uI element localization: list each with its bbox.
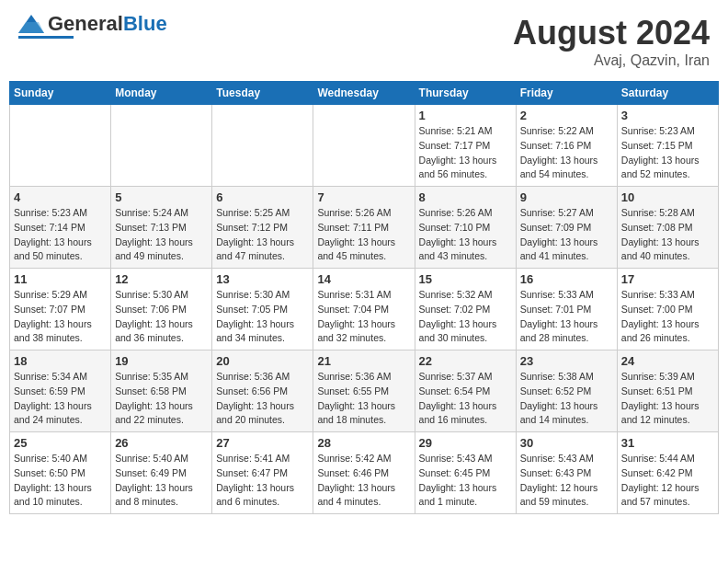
calendar-cell: 31Sunrise: 5:44 AM Sunset: 6:42 PM Dayli… (617, 432, 718, 514)
day-content: Sunrise: 5:36 AM Sunset: 6:56 PM Dayligh… (216, 370, 309, 428)
day-content: Sunrise: 5:21 AM Sunset: 7:17 PM Dayligh… (419, 124, 512, 182)
calendar-cell (313, 105, 415, 187)
calendar-cell: 24Sunrise: 5:39 AM Sunset: 6:51 PM Dayli… (617, 350, 718, 432)
calendar-cell: 9Sunrise: 5:27 AM Sunset: 7:09 PM Daylig… (516, 187, 617, 269)
calendar-cell: 6Sunrise: 5:25 AM Sunset: 7:12 PM Daylig… (212, 187, 313, 269)
calendar-cell: 17Sunrise: 5:33 AM Sunset: 7:00 PM Dayli… (617, 269, 718, 350)
column-header-sunday: Sunday (10, 82, 111, 105)
day-content: Sunrise: 5:41 AM Sunset: 6:47 PM Dayligh… (216, 452, 309, 510)
calendar-cell: 25Sunrise: 5:40 AM Sunset: 6:50 PM Dayli… (10, 432, 111, 514)
logo: GeneralBlue (18, 14, 167, 39)
day-number: 20 (216, 354, 309, 368)
day-content: Sunrise: 5:33 AM Sunset: 7:00 PM Dayligh… (621, 288, 714, 346)
day-number: 2 (520, 109, 613, 122)
day-number: 16 (520, 272, 613, 286)
calendar-cell: 21Sunrise: 5:36 AM Sunset: 6:55 PM Dayli… (313, 350, 415, 432)
calendar-cell (10, 105, 111, 187)
day-number: 7 (317, 190, 410, 204)
day-number: 10 (621, 190, 714, 204)
day-number: 23 (520, 354, 613, 368)
calendar-week-row: 1Sunrise: 5:21 AM Sunset: 7:17 PM Daylig… (10, 105, 719, 187)
day-content: Sunrise: 5:43 AM Sunset: 6:45 PM Dayligh… (419, 452, 512, 510)
day-content: Sunrise: 5:30 AM Sunset: 7:05 PM Dayligh… (216, 288, 309, 346)
column-header-tuesday: Tuesday (212, 82, 313, 105)
column-header-friday: Friday (516, 82, 617, 105)
day-content: Sunrise: 5:44 AM Sunset: 6:42 PM Dayligh… (621, 452, 714, 510)
day-content: Sunrise: 5:28 AM Sunset: 7:08 PM Dayligh… (621, 206, 714, 264)
location-title: Avaj, Qazvin, Iran (513, 52, 710, 69)
calendar-cell: 11Sunrise: 5:29 AM Sunset: 7:07 PM Dayli… (10, 269, 111, 350)
day-content: Sunrise: 5:43 AM Sunset: 6:43 PM Dayligh… (520, 452, 613, 510)
calendar-cell: 1Sunrise: 5:21 AM Sunset: 7:17 PM Daylig… (415, 105, 516, 187)
calendar-cell: 12Sunrise: 5:30 AM Sunset: 7:06 PM Dayli… (111, 269, 212, 350)
day-content: Sunrise: 5:40 AM Sunset: 6:50 PM Dayligh… (14, 452, 107, 510)
calendar-cell: 20Sunrise: 5:36 AM Sunset: 6:56 PM Dayli… (212, 350, 313, 432)
day-number: 27 (216, 436, 309, 450)
day-number: 22 (419, 354, 512, 368)
logo-icon (18, 15, 44, 33)
calendar-cell: 26Sunrise: 5:40 AM Sunset: 6:49 PM Dayli… (111, 432, 212, 514)
day-content: Sunrise: 5:38 AM Sunset: 6:52 PM Dayligh… (520, 370, 613, 428)
calendar-cell: 28Sunrise: 5:42 AM Sunset: 6:46 PM Dayli… (313, 432, 415, 514)
calendar-cell: 29Sunrise: 5:43 AM Sunset: 6:45 PM Dayli… (415, 432, 516, 514)
day-content: Sunrise: 5:32 AM Sunset: 7:02 PM Dayligh… (419, 288, 512, 346)
calendar-cell: 7Sunrise: 5:26 AM Sunset: 7:11 PM Daylig… (313, 187, 415, 269)
calendar-header-row: SundayMondayTuesdayWednesdayThursdayFrid… (10, 82, 719, 105)
day-number: 12 (115, 272, 208, 286)
day-content: Sunrise: 5:23 AM Sunset: 7:14 PM Dayligh… (14, 206, 107, 264)
calendar-cell: 14Sunrise: 5:31 AM Sunset: 7:04 PM Dayli… (313, 269, 415, 350)
title-block: August 2024 Avaj, Qazvin, Iran (513, 14, 710, 69)
calendar-week-row: 11Sunrise: 5:29 AM Sunset: 7:07 PM Dayli… (10, 269, 719, 350)
column-header-thursday: Thursday (415, 82, 516, 105)
column-header-wednesday: Wednesday (313, 82, 415, 105)
day-number: 14 (317, 272, 410, 286)
calendar-cell: 30Sunrise: 5:43 AM Sunset: 6:43 PM Dayli… (516, 432, 617, 514)
day-number: 9 (520, 190, 613, 204)
header: GeneralBlue August 2024 Avaj, Qazvin, Ir… (9, 9, 719, 74)
calendar-cell: 8Sunrise: 5:26 AM Sunset: 7:10 PM Daylig… (415, 187, 516, 269)
day-content: Sunrise: 5:33 AM Sunset: 7:01 PM Dayligh… (520, 288, 613, 346)
day-number: 25 (14, 436, 107, 450)
day-number: 26 (115, 436, 208, 450)
calendar-cell: 22Sunrise: 5:37 AM Sunset: 6:54 PM Dayli… (415, 350, 516, 432)
day-number: 28 (317, 436, 410, 450)
day-number: 4 (14, 190, 107, 204)
svg-marker-1 (18, 22, 44, 33)
day-content: Sunrise: 5:26 AM Sunset: 7:10 PM Dayligh… (419, 206, 512, 264)
calendar-cell: 18Sunrise: 5:34 AM Sunset: 6:59 PM Dayli… (10, 350, 111, 432)
day-number: 31 (621, 436, 714, 450)
day-number: 6 (216, 190, 309, 204)
calendar-cell: 10Sunrise: 5:28 AM Sunset: 7:08 PM Dayli… (617, 187, 718, 269)
day-content: Sunrise: 5:37 AM Sunset: 6:54 PM Dayligh… (419, 370, 512, 428)
column-header-saturday: Saturday (617, 82, 718, 105)
day-content: Sunrise: 5:23 AM Sunset: 7:15 PM Dayligh… (621, 124, 714, 182)
day-number: 24 (621, 354, 714, 368)
calendar-cell: 3Sunrise: 5:23 AM Sunset: 7:15 PM Daylig… (617, 105, 718, 187)
day-content: Sunrise: 5:24 AM Sunset: 7:13 PM Dayligh… (115, 206, 208, 264)
day-content: Sunrise: 5:31 AM Sunset: 7:04 PM Dayligh… (317, 288, 410, 346)
day-number: 18 (14, 354, 107, 368)
day-content: Sunrise: 5:34 AM Sunset: 6:59 PM Dayligh… (14, 370, 107, 428)
column-header-monday: Monday (111, 82, 212, 105)
day-content: Sunrise: 5:27 AM Sunset: 7:09 PM Dayligh… (520, 206, 613, 264)
day-number: 3 (621, 109, 714, 122)
calendar-cell: 16Sunrise: 5:33 AM Sunset: 7:01 PM Dayli… (516, 269, 617, 350)
day-content: Sunrise: 5:22 AM Sunset: 7:16 PM Dayligh… (520, 124, 613, 182)
logo-underline (18, 36, 74, 39)
day-content: Sunrise: 5:36 AM Sunset: 6:55 PM Dayligh… (317, 370, 410, 428)
day-number: 8 (419, 190, 512, 204)
calendar-week-row: 25Sunrise: 5:40 AM Sunset: 6:50 PM Dayli… (10, 432, 719, 514)
day-number: 1 (419, 109, 512, 122)
logo-general-text: General (48, 12, 123, 35)
calendar-cell: 13Sunrise: 5:30 AM Sunset: 7:05 PM Dayli… (212, 269, 313, 350)
day-content: Sunrise: 5:30 AM Sunset: 7:06 PM Dayligh… (115, 288, 208, 346)
calendar-cell (111, 105, 212, 187)
day-content: Sunrise: 5:42 AM Sunset: 6:46 PM Dayligh… (317, 452, 410, 510)
calendar-cell: 19Sunrise: 5:35 AM Sunset: 6:58 PM Dayli… (111, 350, 212, 432)
day-content: Sunrise: 5:39 AM Sunset: 6:51 PM Dayligh… (621, 370, 714, 428)
calendar-cell (212, 105, 313, 187)
calendar-cell: 23Sunrise: 5:38 AM Sunset: 6:52 PM Dayli… (516, 350, 617, 432)
day-content: Sunrise: 5:25 AM Sunset: 7:12 PM Dayligh… (216, 206, 309, 264)
logo-blue-text: Blue (123, 12, 167, 35)
day-number: 13 (216, 272, 309, 286)
